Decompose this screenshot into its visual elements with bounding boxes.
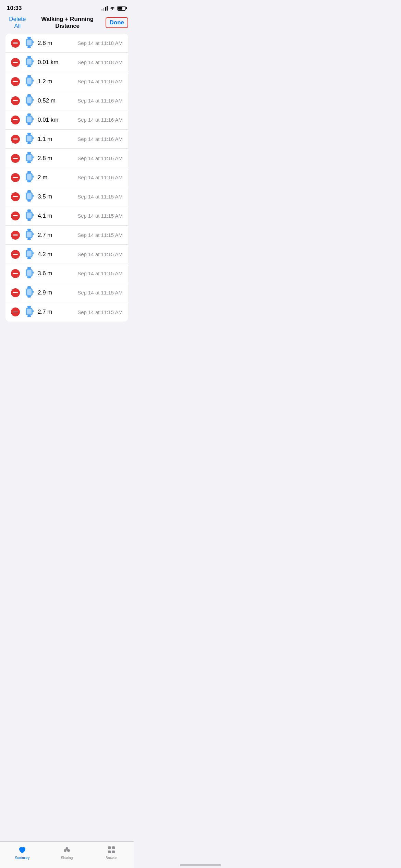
table-row: 4.1 mSep 14 at 11:15 AM (5, 206, 128, 226)
svg-rect-23 (27, 123, 31, 125)
svg-rect-74 (33, 310, 34, 312)
timestamp: Sep 14 at 11:16 AM (77, 136, 123, 142)
watch-icon (25, 229, 34, 241)
svg-rect-44 (33, 195, 34, 197)
status-bar: 10:33 (0, 0, 134, 13)
delete-row-button[interactable] (11, 192, 20, 201)
distance-value: 2.7 m (38, 232, 77, 239)
nav-header: Delete All Walking + Running Distance Do… (0, 13, 134, 34)
svg-rect-10 (27, 75, 31, 77)
svg-rect-17 (27, 97, 32, 103)
table-row: 0.52 mSep 14 at 11:16 AM (5, 91, 128, 110)
svg-rect-68 (27, 296, 31, 298)
delete-row-button[interactable] (11, 154, 20, 163)
timestamp: Sep 14 at 11:15 AM (77, 213, 123, 219)
delete-row-button[interactable] (11, 96, 20, 105)
watch-icon (25, 267, 34, 280)
svg-rect-54 (33, 233, 34, 235)
distance-value: 0.01 km (38, 117, 77, 123)
svg-rect-14 (33, 80, 34, 82)
svg-rect-27 (27, 136, 32, 141)
signal-icon (101, 6, 108, 11)
svg-rect-4 (33, 41, 34, 43)
timestamp: Sep 14 at 11:15 AM (77, 290, 123, 296)
delete-all-button[interactable]: Delete All (5, 16, 29, 29)
watch-icon (25, 248, 34, 261)
svg-rect-47 (27, 213, 32, 218)
watch-icon (25, 209, 34, 222)
table-row: 0.01 kmSep 14 at 11:18 AM (5, 53, 128, 72)
table-row: 2.7 mSep 14 at 11:15 AM (5, 226, 128, 245)
data-list: 2.8 mSep 14 at 11:18 AM 0.01 kmSep 14 at… (5, 34, 128, 322)
delete-row-button[interactable] (11, 212, 20, 220)
distance-value: 1.1 m (38, 136, 77, 143)
svg-rect-19 (33, 99, 34, 101)
watch-icon (25, 190, 34, 203)
delete-row-button[interactable] (11, 250, 20, 259)
svg-rect-59 (33, 252, 34, 254)
svg-rect-55 (27, 248, 31, 250)
delete-row-button[interactable] (11, 58, 20, 67)
delete-row-button[interactable] (11, 173, 20, 182)
timestamp: Sep 14 at 11:15 AM (77, 251, 123, 257)
timestamp: Sep 14 at 11:16 AM (77, 174, 123, 180)
table-row: 0.01 kmSep 14 at 11:16 AM (5, 110, 128, 130)
delete-row-button[interactable] (11, 116, 20, 124)
timestamp: Sep 14 at 11:15 AM (77, 270, 123, 276)
done-button[interactable]: Done (106, 17, 129, 28)
svg-rect-69 (33, 291, 34, 293)
svg-rect-22 (27, 117, 32, 122)
watch-icon (25, 113, 34, 126)
watch-icon (25, 75, 34, 88)
status-time: 10:33 (7, 5, 22, 12)
svg-rect-30 (27, 152, 31, 154)
svg-rect-72 (27, 309, 32, 314)
svg-rect-34 (33, 156, 34, 158)
svg-rect-20 (27, 113, 31, 116)
svg-rect-73 (27, 315, 31, 317)
table-row: 3.6 mSep 14 at 11:15 AM (5, 264, 128, 283)
svg-rect-15 (27, 94, 31, 96)
distance-value: 0.52 m (38, 97, 77, 104)
svg-rect-12 (27, 78, 32, 84)
svg-rect-3 (27, 46, 31, 48)
distance-value: 2.9 m (38, 289, 77, 296)
distance-value: 4.1 m (38, 213, 77, 219)
content-scroll: 2.8 mSep 14 at 11:18 AM 0.01 kmSep 14 at… (0, 34, 134, 361)
table-row: 1.1 mSep 14 at 11:16 AM (5, 130, 128, 149)
table-row: 2.8 mSep 14 at 11:18 AM (5, 34, 128, 53)
svg-rect-42 (27, 193, 32, 199)
wifi-icon (110, 6, 115, 10)
delete-row-button[interactable] (11, 77, 20, 86)
table-row: 3.5 mSep 14 at 11:15 AM (5, 187, 128, 206)
timestamp: Sep 14 at 11:18 AM (77, 40, 123, 46)
svg-rect-49 (33, 214, 34, 216)
svg-rect-57 (27, 251, 32, 256)
table-row: 2.8 mSep 14 at 11:16 AM (5, 149, 128, 168)
page-title: Walking + Running Distance (29, 16, 106, 29)
svg-rect-62 (27, 270, 32, 276)
svg-rect-38 (27, 181, 31, 182)
delete-row-button[interactable] (11, 269, 20, 278)
watch-icon (25, 133, 34, 145)
delete-row-button[interactable] (11, 39, 20, 48)
delete-row-button[interactable] (11, 135, 20, 144)
svg-rect-43 (27, 200, 31, 202)
watch-icon (25, 152, 34, 165)
watch-icon (25, 171, 34, 184)
svg-rect-33 (27, 161, 31, 163)
svg-rect-8 (27, 65, 31, 67)
distance-value: 1.2 m (38, 78, 77, 85)
delete-row-button[interactable] (11, 231, 20, 240)
svg-rect-25 (27, 133, 31, 135)
watch-icon (25, 37, 34, 49)
watch-icon (25, 56, 34, 69)
svg-rect-18 (27, 104, 31, 106)
svg-rect-53 (27, 238, 31, 240)
distance-value: 2.8 m (38, 155, 77, 162)
delete-row-button[interactable] (11, 308, 20, 316)
svg-rect-45 (27, 209, 31, 212)
distance-value: 4.2 m (38, 251, 77, 258)
delete-row-button[interactable] (11, 288, 20, 297)
timestamp: Sep 14 at 11:16 AM (77, 117, 123, 123)
